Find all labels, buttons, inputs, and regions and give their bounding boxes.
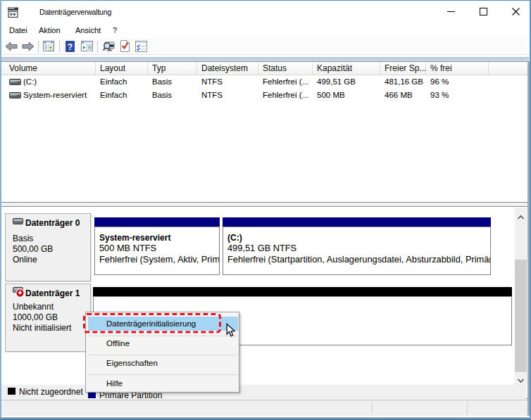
svg-text:?: ? bbox=[68, 42, 73, 52]
